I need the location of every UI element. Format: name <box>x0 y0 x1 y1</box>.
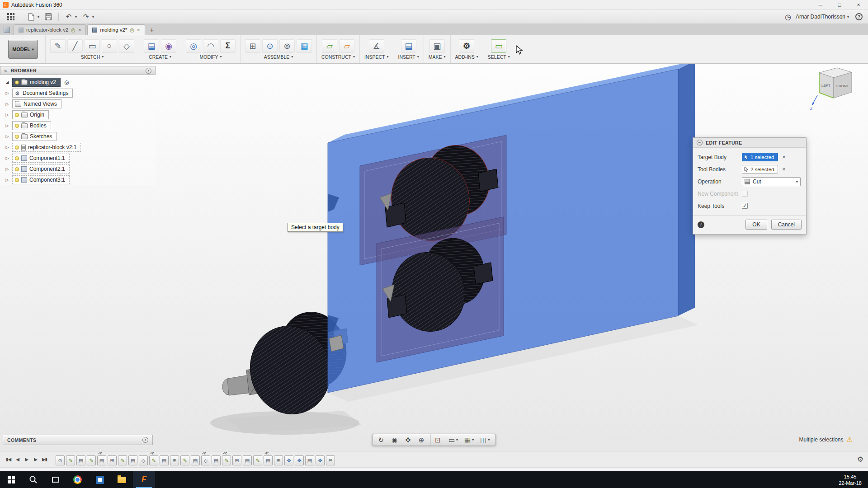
revolve-icon[interactable]: ◉ <box>161 39 176 53</box>
timeline-feature-icon[interactable]: ⊞ <box>170 455 179 465</box>
insert-image-icon[interactable]: ▤ <box>401 39 416 53</box>
ribbon-group-dropdown[interactable]: INSERT ▾ <box>398 54 419 60</box>
step-back-icon[interactable]: ◀ <box>14 455 21 464</box>
clear-target-body-icon[interactable]: × <box>782 154 785 160</box>
timeline-feature-icon[interactable]: ⊞ <box>274 455 283 465</box>
expand-caret-icon[interactable]: ▷ <box>4 113 11 117</box>
ribbon-group-dropdown[interactable]: CREATE ▾ <box>149 54 171 60</box>
timeline-feature-icon[interactable]: ✥ <box>316 455 325 465</box>
data-panel-grid-icon[interactable] <box>5 11 16 22</box>
app-taskbar-button[interactable] <box>89 471 111 488</box>
browser-panel-header[interactable]: « BROWSER <box>0 66 156 75</box>
view-cube-left-label[interactable]: LEFT <box>821 84 830 88</box>
expand-caret-icon[interactable]: ▷ <box>4 134 11 139</box>
expand-caret-icon[interactable]: ▷ <box>4 91 11 95</box>
change-parameters-icon[interactable]: Σ <box>220 39 236 53</box>
pan-icon[interactable]: ✥ <box>402 434 415 446</box>
timeline-feature-icon[interactable]: ▤ <box>160 455 169 465</box>
browser-row[interactable]: ▷ Origin <box>0 109 156 120</box>
ribbon-group-dropdown[interactable]: SELECT ▾ <box>488 54 510 60</box>
keep-tools-checkbox[interactable] <box>742 203 748 209</box>
measure-icon[interactable]: ∡ <box>369 39 384 53</box>
ribbon-group-dropdown[interactable]: ADD-INS ▾ <box>455 54 478 60</box>
ok-button[interactable]: OK <box>745 220 767 230</box>
joint-icon[interactable]: ⊙ <box>262 39 278 53</box>
view-cube[interactable]: LEFT FRONT Z <box>809 66 859 115</box>
browser-row[interactable]: ▷ Component2:1 <box>0 164 156 174</box>
timeline-feature-icon[interactable]: ▤ <box>305 455 314 465</box>
maximize-button[interactable]: □ <box>830 0 849 9</box>
midplane-icon[interactable]: ▱ <box>339 39 354 53</box>
task-view-button[interactable] <box>44 471 66 488</box>
browser-node[interactable]: Origin <box>12 110 49 119</box>
fit-icon[interactable]: ⊡ <box>430 434 445 446</box>
timeline-feature-icon[interactable]: ⊞ <box>108 455 117 465</box>
browser-node[interactable]: Sketches <box>12 132 57 141</box>
timeline-feature-icon[interactable]: ▤ <box>128 455 137 465</box>
expand-caret-icon[interactable]: ▷ <box>4 145 11 150</box>
timeline-feature-icon[interactable]: ◇ <box>139 455 148 465</box>
look-at-icon[interactable]: ◉ <box>388 434 402 446</box>
taskbar-clock[interactable]: 15:45 22-Mar-18 <box>832 471 868 488</box>
ribbon-group-dropdown[interactable]: ASSEMBLE ▾ <box>264 54 293 60</box>
new-component-icon[interactable]: ⊞ <box>245 39 260 53</box>
minimize-button[interactable]: ─ <box>811 0 830 9</box>
warning-icon[interactable]: ⚠ <box>847 436 853 444</box>
grid-display-icon[interactable]: ▦ ▾ <box>461 434 477 446</box>
addins-gear-icon[interactable]: ⚙ <box>459 39 474 53</box>
visibility-bulb-icon[interactable] <box>15 145 19 150</box>
expand-caret-icon[interactable]: ▷ <box>4 102 11 106</box>
document-tab[interactable]: replicator-block v2 ◎ × <box>14 24 86 35</box>
mold-gate-block[interactable] <box>329 335 344 352</box>
orbit-icon[interactable]: ↻ <box>375 434 388 446</box>
timeline-feature-icon[interactable]: ≪ ▤ <box>97 455 106 465</box>
browser-node[interactable]: replicator-block v2:1 <box>12 143 81 152</box>
timeline-feature-icon[interactable]: ▤ <box>191 455 200 465</box>
new-tab-button[interactable]: + <box>146 26 158 33</box>
document-tab[interactable]: molding v2* ◎ × <box>87 24 145 35</box>
file-explorer-button[interactable] <box>111 471 133 488</box>
ribbon-group-dropdown[interactable]: CONSTRUCT ▾ <box>321 54 355 60</box>
expand-caret-icon[interactable]: ▷ <box>4 167 11 171</box>
zoom-icon[interactable]: ⊕ <box>415 434 429 446</box>
tool-bodies-selection-button[interactable]: 2 selected <box>742 165 778 174</box>
browser-node[interactable]: molding v2 <box>12 78 61 87</box>
timeline-feature-icon[interactable]: ✎ <box>87 455 96 465</box>
timeline-settings-gear-icon[interactable]: ⚙ <box>857 455 863 464</box>
browser-row[interactable]: ▷ Named Views <box>0 99 156 109</box>
visibility-bulb-icon[interactable] <box>15 113 19 117</box>
visibility-bulb-icon[interactable] <box>15 124 19 128</box>
play-icon[interactable]: ▶ <box>23 455 30 464</box>
create-sketch-icon[interactable]: ✎ <box>50 39 66 53</box>
motion-study-icon[interactable]: ▦ <box>297 39 312 53</box>
timeline-feature-icon[interactable]: ≪ ◇ <box>201 455 210 465</box>
visibility-bulb-icon[interactable] <box>15 156 19 160</box>
browser-node[interactable]: Component1:1 <box>12 154 70 163</box>
clear-tool-bodies-icon[interactable]: × <box>782 166 785 173</box>
start-button[interactable] <box>0 471 22 488</box>
ribbon-group-dropdown[interactable]: MODIFY ▾ <box>200 54 222 60</box>
offset-plane-icon[interactable]: ▱ <box>322 39 337 53</box>
browser-row[interactable]: ▷ Sketches <box>0 131 156 142</box>
browser-row[interactable]: ▷ Document Settings <box>0 88 156 99</box>
save-button[interactable] <box>43 11 54 22</box>
job-status-clock-icon[interactable]: ◷ <box>785 13 791 21</box>
expand-caret-icon[interactable]: ▷ <box>4 178 11 182</box>
collapse-dialog-icon[interactable]: − <box>697 140 703 145</box>
comments-bar[interactable]: COMMENTS <box>3 435 153 445</box>
polygon-icon[interactable]: ◇ <box>119 39 134 53</box>
browser-row[interactable]: ◢ molding v2 ◎ <box>0 77 156 88</box>
browser-options-icon[interactable] <box>146 68 151 74</box>
browser-row[interactable]: ▷ Component1:1 <box>0 153 156 164</box>
browser-node[interactable]: Named Views <box>12 99 61 108</box>
visibility-bulb-icon[interactable] <box>15 80 19 84</box>
browser-node[interactable]: Bodies <box>12 121 51 130</box>
target-body-selection-button[interactable]: 1 selected <box>742 153 778 161</box>
expand-caret-icon[interactable]: ▷ <box>4 123 11 128</box>
viewport[interactable]: « BROWSER ◢ molding v2 ◎ ▷ <box>0 64 868 451</box>
timeline-feature-icon[interactable]: ✎ <box>118 455 127 465</box>
close-tab-icon[interactable]: × <box>78 27 81 33</box>
timeline-feature-icon[interactable]: ✥ <box>284 455 293 465</box>
fillet-icon[interactable]: ◠ <box>203 39 218 53</box>
browser-node[interactable]: Document Settings <box>12 89 73 98</box>
